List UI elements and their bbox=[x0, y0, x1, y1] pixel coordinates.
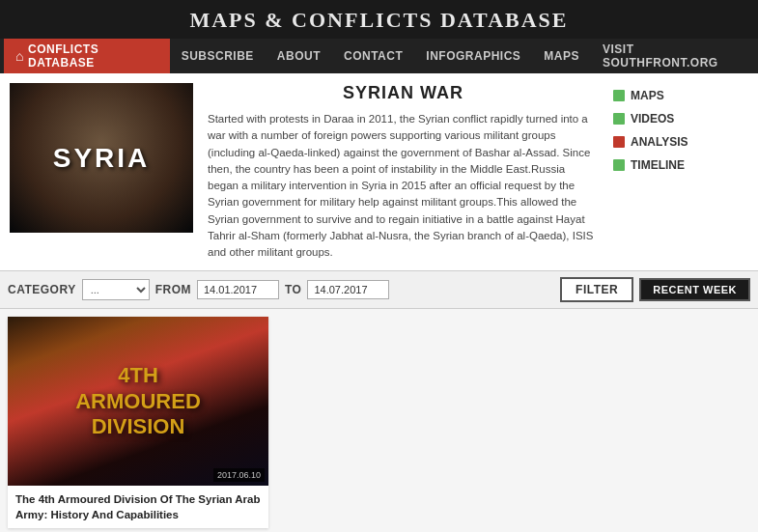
maps-dot bbox=[613, 90, 625, 101]
category-select[interactable]: ... bbox=[82, 279, 150, 300]
filter-button[interactable]: FILTER bbox=[560, 277, 633, 302]
card-image: 4TH ARMOURED DIVISION 2017.06.10 bbox=[8, 317, 268, 486]
nav-item-contact[interactable]: CONTACT bbox=[332, 39, 414, 73]
analysis-dot bbox=[613, 136, 625, 148]
card-title-line1: 4TH bbox=[75, 363, 201, 388]
sidebar-label-maps: MAPS bbox=[631, 89, 664, 102]
card-image-bg: 4TH ARMOURED DIVISION bbox=[8, 317, 268, 486]
nav-item-subscribe[interactable]: SUBSCRIBE bbox=[170, 39, 266, 73]
featured-image: SYRIA bbox=[10, 83, 193, 233]
article-title: SYRIAN WAR bbox=[208, 83, 599, 103]
nav-label-about: ABOUT bbox=[277, 49, 321, 63]
to-date-input[interactable] bbox=[307, 280, 389, 299]
article-sidebar: MAPS VIDEOS ANALYSIS TIMELINE bbox=[613, 83, 748, 261]
sidebar-link-analysis[interactable]: ANALYSIS bbox=[613, 133, 748, 151]
nav-label-contact: CONTACT bbox=[344, 49, 403, 63]
recent-week-button[interactable]: RECENT WEEK bbox=[639, 278, 750, 301]
site-title: MAPS & CONFLICTS DATABASE bbox=[189, 8, 568, 32]
timeline-dot bbox=[613, 159, 625, 171]
main-content-area: SYRIA SYRIAN WAR Started with protests i… bbox=[0, 73, 758, 270]
nav-item-maps[interactable]: MAPS bbox=[532, 39, 591, 73]
category-label: CATEGORY bbox=[8, 283, 76, 296]
syria-label: SYRIA bbox=[53, 143, 151, 174]
nav-item-about[interactable]: ABOUT bbox=[266, 39, 332, 73]
site-header: MAPS & CONFLICTS DATABASE bbox=[0, 0, 758, 39]
sidebar-label-analysis: ANALYSIS bbox=[631, 135, 688, 149]
to-label: TO bbox=[285, 283, 301, 296]
nav-label-infographics: INFOGRAPHICS bbox=[426, 49, 520, 63]
article-text: SYRIAN WAR Started with protests in Dara… bbox=[203, 83, 604, 261]
sidebar-label-videos: VIDEOS bbox=[631, 112, 674, 126]
card-caption: The 4th Armoured Division Of The Syrian … bbox=[8, 486, 268, 528]
nav-item-visit-southfront[interactable]: VISIT SOUTHFRONT.ORG bbox=[591, 39, 754, 73]
from-date-input[interactable] bbox=[197, 280, 279, 299]
sidebar-link-videos[interactable]: VIDEOS bbox=[613, 110, 748, 127]
nav-bar: ⌂ CONFLICTS DATABASE SUBSCRIBE ABOUT CON… bbox=[0, 39, 758, 73]
filter-bar: CATEGORY ... FROM TO FILTER RECENT WEEK bbox=[0, 270, 758, 309]
nav-label-conflicts-db: CONFLICTS DATABASE bbox=[28, 42, 158, 70]
videos-dot bbox=[613, 113, 625, 125]
card-image-title: 4TH ARMOURED DIVISION bbox=[66, 353, 211, 449]
sidebar-link-maps[interactable]: MAPS bbox=[613, 87, 748, 104]
card-date-badge: 2017.06.10 bbox=[213, 468, 265, 482]
card-title-line2: ARMOURED bbox=[75, 389, 201, 414]
sidebar-link-timeline[interactable]: TIMELINE bbox=[613, 156, 748, 174]
home-icon: ⌂ bbox=[15, 48, 24, 64]
sidebar-label-timeline: TIMELINE bbox=[631, 158, 685, 172]
cards-area: 4TH ARMOURED DIVISION 2017.06.10 The 4th… bbox=[0, 309, 758, 532]
nav-label-visit-southfront: VISIT SOUTHFRONT.ORG bbox=[603, 42, 743, 70]
card-item[interactable]: 4TH ARMOURED DIVISION 2017.06.10 The 4th… bbox=[8, 317, 268, 528]
nav-label-subscribe: SUBSCRIBE bbox=[182, 49, 254, 63]
article-body: Started with protests in Daraa in 2011, … bbox=[208, 111, 599, 261]
nav-label-maps: MAPS bbox=[544, 49, 579, 63]
map-overlay: SYRIA bbox=[10, 83, 193, 233]
nav-item-infographics[interactable]: INFOGRAPHICS bbox=[414, 39, 532, 73]
card-title-line3: DIVISION bbox=[75, 414, 201, 439]
nav-item-conflicts-db[interactable]: ⌂ CONFLICTS DATABASE bbox=[4, 39, 170, 73]
from-label: FROM bbox=[155, 283, 191, 296]
